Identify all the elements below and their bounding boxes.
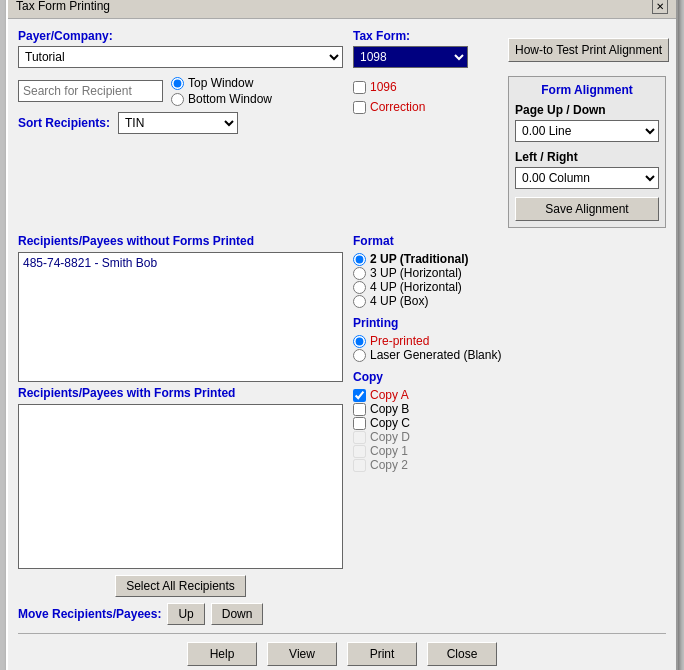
how-to-button[interactable]: How-to Test Print Alignment [508, 38, 669, 62]
printing-preprinted-radio[interactable]: Pre-printed [353, 334, 666, 348]
copy-section: Copy Copy A Copy B Copy C [353, 370, 666, 472]
recipients-without-label: Recipients/Payees without Forms Printed [18, 234, 343, 248]
page-up-down-select[interactable]: 0.00 Line [515, 120, 659, 142]
sort-label: Sort Recipients: [18, 116, 110, 130]
recipients-with-label: Recipients/Payees with Forms Printed [18, 386, 343, 400]
left-right-select[interactable]: 0.00 Column [515, 167, 659, 189]
format-label: Format [353, 234, 666, 248]
printing-label: Printing [353, 316, 666, 330]
copy-b-checkbox[interactable]: Copy B [353, 402, 666, 416]
title-bar: Tax Form Printing ✕ [8, 0, 676, 19]
recipients-with-list[interactable] [18, 404, 343, 569]
copy-2-checkbox[interactable]: Copy 2 [353, 458, 666, 472]
up-button[interactable]: Up [167, 603, 204, 625]
print-button[interactable]: Print [347, 642, 417, 666]
move-label: Move Recipients/Payees: [18, 607, 161, 621]
format-2up-radio[interactable]: 2 UP (Traditional) [353, 252, 666, 266]
form-alignment-title: Form Alignment [515, 83, 659, 97]
payer-label: Payer/Company: [18, 29, 343, 43]
main-window: Tax Form Printing ✕ Payer/Company: Tutor… [6, 0, 678, 670]
window-title: Tax Form Printing [16, 0, 110, 13]
copy-a-checkbox[interactable]: Copy A [353, 388, 666, 402]
search-input[interactable] [18, 80, 163, 102]
format-section: Format 2 UP (Traditional) 3 UP (Horizont… [353, 234, 666, 308]
select-all-button[interactable]: Select All Recipients [115, 575, 246, 597]
format-3up-radio[interactable]: 3 UP (Horizontal) [353, 266, 666, 280]
correction-checkbox[interactable]: Correction [353, 100, 498, 114]
printing-section: Printing Pre-printed Laser Generated (Bl… [353, 316, 666, 362]
page-up-down-label: Page Up / Down [515, 103, 659, 117]
format-4up-horiz-radio[interactable]: 4 UP (Horizontal) [353, 280, 666, 294]
copy-c-checkbox[interactable]: Copy C [353, 416, 666, 430]
copy-1-checkbox[interactable]: Copy 1 [353, 444, 666, 458]
list-item[interactable]: 485-74-8821 - Smith Bob [21, 255, 340, 271]
payer-select[interactable]: Tutorial [18, 46, 343, 68]
down-button[interactable]: Down [211, 603, 264, 625]
close-button[interactable]: Close [427, 642, 497, 666]
tax-form-label: Tax Form: [353, 29, 498, 43]
sort-select[interactable]: TIN [118, 112, 238, 134]
left-right-label: Left / Right [515, 150, 659, 164]
bottom-buttons: Help View Print Close [18, 633, 666, 666]
view-button[interactable]: View [267, 642, 337, 666]
form-alignment-box: Form Alignment Page Up / Down 0.00 Line … [508, 76, 666, 228]
save-alignment-button[interactable]: Save Alignment [515, 197, 659, 221]
recipients-without-list[interactable]: 485-74-8821 - Smith Bob [18, 252, 343, 382]
close-icon[interactable]: ✕ [652, 0, 668, 14]
bottom-window-radio[interactable]: Bottom Window [171, 92, 272, 106]
top-window-radio[interactable]: Top Window [171, 76, 272, 90]
copy-label: Copy [353, 370, 666, 384]
help-button[interactable]: Help [187, 642, 257, 666]
printing-laser-radio[interactable]: Laser Generated (Blank) [353, 348, 666, 362]
tax-form-select[interactable]: 1098 [353, 46, 468, 68]
format-4up-box-radio[interactable]: 4 UP (Box) [353, 294, 666, 308]
form-1096-checkbox[interactable]: 1096 [353, 80, 498, 94]
copy-d-checkbox[interactable]: Copy D [353, 430, 666, 444]
